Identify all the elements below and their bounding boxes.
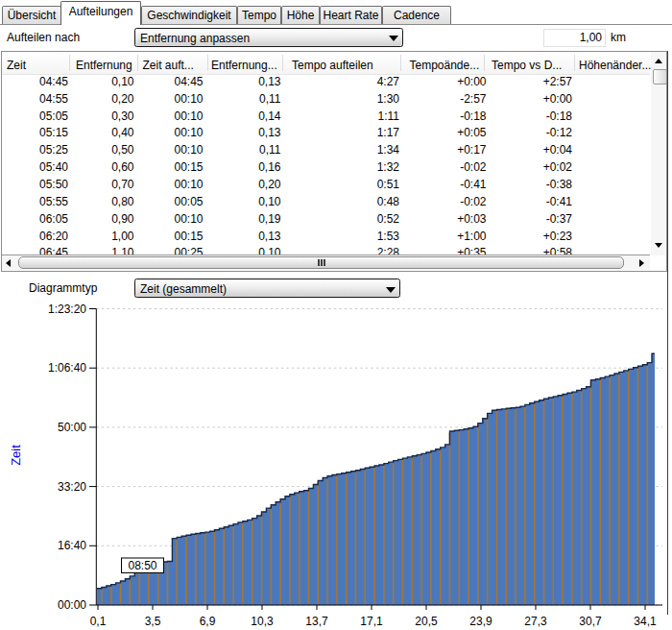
svg-text:23,9: 23,9 <box>469 615 492 628</box>
svg-text:20,5: 20,5 <box>415 615 438 628</box>
svg-text:08:50: 08:50 <box>128 559 156 572</box>
svg-text:16:40: 16:40 <box>58 539 86 552</box>
svg-text:0,1: 0,1 <box>90 615 107 628</box>
svg-text:00:00: 00:00 <box>58 598 86 612</box>
svg-text:17,1: 17,1 <box>360 615 383 628</box>
svg-text:1:23:20: 1:23:20 <box>48 303 86 316</box>
svg-text:30,7: 30,7 <box>579 615 602 628</box>
svg-text:1:06:40: 1:06:40 <box>48 361 86 375</box>
svg-text:10,3: 10,3 <box>251 615 274 628</box>
svg-text:33:20: 33:20 <box>58 480 86 494</box>
svg-text:50:00: 50:00 <box>58 421 86 434</box>
svg-text:27,3: 27,3 <box>524 615 547 628</box>
svg-text:3,5: 3,5 <box>145 615 161 628</box>
svg-text:6,9: 6,9 <box>200 615 216 628</box>
svg-text:Zeit: Zeit <box>9 445 23 466</box>
svg-text:13,7: 13,7 <box>305 615 328 628</box>
svg-text:34,1: 34,1 <box>634 615 657 628</box>
